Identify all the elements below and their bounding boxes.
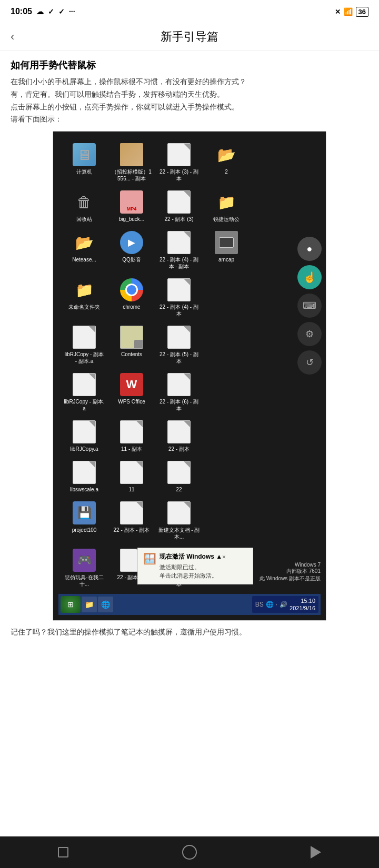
- cloud-icon: ☁: [36, 7, 44, 16]
- tray-bs-icon: BS: [255, 601, 264, 608]
- desktop-icon-file5[interactable]: 22 - 副本 (5) - 副本: [155, 321, 203, 369]
- desktop-icon-netease[interactable]: Netease...: [61, 227, 108, 274]
- desktop-icon-empty3: [203, 369, 250, 416]
- start-button[interactable]: ⊞: [61, 596, 81, 613]
- check-icon-2: ✓: [58, 7, 65, 16]
- side-panel: ● ☝ ⌨ ⚙ ↺: [297, 237, 322, 375]
- popup-title: 现在激活 Windows ▲: [159, 552, 222, 561]
- home-icon: [182, 845, 197, 860]
- gesture-side-button[interactable]: ☝: [297, 265, 322, 289]
- section-title: 如何用手势代替鼠标: [11, 59, 368, 72]
- taskbar-clock: 15:10 2021/9/16: [290, 597, 315, 612]
- desktop-icon-libswscale[interactable]: libswscale.a: [61, 457, 108, 497]
- taskbar-tray: BS 🌐 · 🔊 15:10 2021/9/16: [252, 596, 318, 613]
- desktop-icon-qq[interactable]: QQ影音: [108, 227, 155, 274]
- page-header: ‹ 新手引导篇: [0, 23, 379, 51]
- desktop-icon-new-txt1[interactable]: 新建文本文档 - 副本...: [155, 497, 203, 544]
- desktop-icons-grid: 计算机 （招投标模版）1556... - 副本 22 - 副本 (3) - 副本…: [58, 137, 321, 594]
- tray-volume-icon: 🔊: [280, 601, 287, 608]
- main-content: 如何用手势代替鼠标 在我们小小的手机屏幕上，操作鼠标很不习惯，有没有更好的操作方…: [0, 51, 379, 836]
- desktop-icon-22-copy-copy[interactable]: 22 - 副本 - 副本: [108, 497, 155, 544]
- desktop-icon-toy[interactable]: 惩仿玩具-在我二十...: [61, 544, 108, 592]
- desktop-icon-contents[interactable]: Contents: [108, 321, 155, 369]
- nav-home-button[interactable]: [176, 843, 203, 862]
- desktop-icon-22[interactable]: 22: [155, 457, 203, 497]
- bottom-nav-bar: [0, 836, 379, 868]
- desktop-icon-recycle[interactable]: 回收站: [61, 186, 108, 227]
- desktop-area: 计算机 （招投标模版）1556... - 副本 22 - 副本 (3) - 副本…: [53, 132, 326, 620]
- popup-body: 激活期限已过。 单击此消息开始激活。: [159, 563, 226, 580]
- description-text: 在我们小小的手机屏幕上，操作鼠标很不习惯，有没有更好的操作方式？ 有，肯定有。我…: [11, 76, 368, 126]
- status-bar: 10:05 ☁ ✓ ✓ ··· ✕ 📶 36: [0, 0, 379, 23]
- status-left: 10:05 ☁ ✓ ✓ ···: [11, 7, 75, 16]
- desktop-icon-unnamed-folder[interactable]: 未命名文件夹: [61, 274, 108, 321]
- desktop-icon-empty5: [203, 457, 250, 497]
- desktop-icon-11-copy[interactable]: 11 - 副本: [108, 416, 155, 457]
- time-display: 10:05: [11, 7, 32, 16]
- back-icon: [311, 846, 321, 859]
- check-icon-1: ✓: [48, 7, 54, 16]
- rotate-side-button[interactable]: ↺: [297, 350, 322, 375]
- recent-apps-icon: [58, 847, 68, 857]
- desktop-icon-file6[interactable]: 22 - 副本 (6) - 副本: [155, 369, 203, 416]
- desktop-icon-mp4[interactable]: big_buck...: [108, 186, 155, 227]
- desktop-icon-folder-office[interactable]: 锐捷运动公: [203, 186, 250, 227]
- win-activation-watermark: Windows 7 内部版本 7601 此 Windows 副本不是正版: [260, 562, 321, 582]
- battery-display: 36: [356, 7, 368, 17]
- desktop-icon-librjcopy1[interactable]: libRJCopy - 副本 - 副本.a: [61, 321, 108, 369]
- more-icon: ···: [69, 7, 75, 16]
- desktop-icon-22-copy[interactable]: 22 - 副本: [155, 416, 203, 457]
- desktop-icon-11[interactable]: 11: [108, 457, 155, 497]
- desktop-icon-file4[interactable]: 22 - 副本 (4) - 副本: [155, 274, 203, 321]
- desktop-icon-empty4: [203, 416, 250, 457]
- status-right: ✕ 📶 36: [335, 7, 368, 17]
- desktop-icon-project100[interactable]: project100: [61, 497, 108, 544]
- desktop-icon-folder-yellow[interactable]: 2: [203, 139, 250, 186]
- desktop-icon-wps[interactable]: WPS Office: [108, 369, 155, 416]
- desktop-icon-empty2: [203, 321, 250, 369]
- tray-network-icon: 🌐: [266, 601, 274, 608]
- desktop-icon-file2[interactable]: 22 - 副本 (3): [155, 186, 203, 227]
- taskbar-pinned-btn1[interactable]: 📁: [82, 597, 97, 612]
- page-title: 新手引导篇: [161, 29, 218, 45]
- wifi-icon: 📶: [344, 7, 353, 16]
- taskbar: ⊞ 📁 🌐 BS 🌐 · 🔊 15:10 2021/9/16: [58, 594, 321, 615]
- desktop-icon-librjcopy3[interactable]: libRJCopy.a: [61, 416, 108, 457]
- desktop-icon-chrome[interactable]: chrome: [108, 274, 155, 321]
- desktop-icon-librjcopy2[interactable]: libRJCopy - 副本.a: [61, 369, 108, 416]
- keyboard-side-button[interactable]: ⌨: [297, 294, 322, 318]
- desktop-icon-photo[interactable]: （招投标模版）1556... - 副本: [108, 139, 155, 186]
- popup-close-button[interactable]: ×: [222, 553, 226, 561]
- desktop-icon-empty1: [203, 274, 250, 321]
- desktop-icon-amcap[interactable]: amcap: [203, 227, 250, 274]
- windows-logo-icon: 🪟: [143, 552, 156, 565]
- desktop-icon-file3[interactable]: 22 - 副本 (4) - 副本 - 副本: [155, 227, 203, 274]
- back-button[interactable]: ‹: [11, 30, 14, 44]
- nav-back-button[interactable]: [303, 843, 329, 862]
- main-side-button[interactable]: ●: [297, 237, 322, 261]
- tray-dot-icon: ·: [276, 601, 277, 608]
- caption-text: 记住了吗？我们这里的操作模拟了笔记本的触摸屏，遵循用户使用习惯。: [11, 626, 368, 638]
- desktop-screenshot: 计算机 （招投标模版）1556... - 副本 22 - 副本 (3) - 副本…: [53, 131, 326, 621]
- nav-recent-button[interactable]: [50, 843, 76, 862]
- desktop-icon-empty6: [203, 497, 250, 544]
- sim-icon: ✕: [335, 8, 341, 16]
- taskbar-pinned-btn2[interactable]: 🌐: [98, 597, 113, 612]
- activation-popup[interactable]: 🪟 现在激活 Windows ▲ × 激活期限已过。 单击此消息开始激活。: [137, 548, 253, 584]
- desktop-icon-computer[interactable]: 计算机: [61, 139, 108, 186]
- desktop-icon-file1[interactable]: 22 - 副本 (3) - 副本: [155, 139, 203, 186]
- settings-side-button[interactable]: ⚙: [297, 322, 322, 346]
